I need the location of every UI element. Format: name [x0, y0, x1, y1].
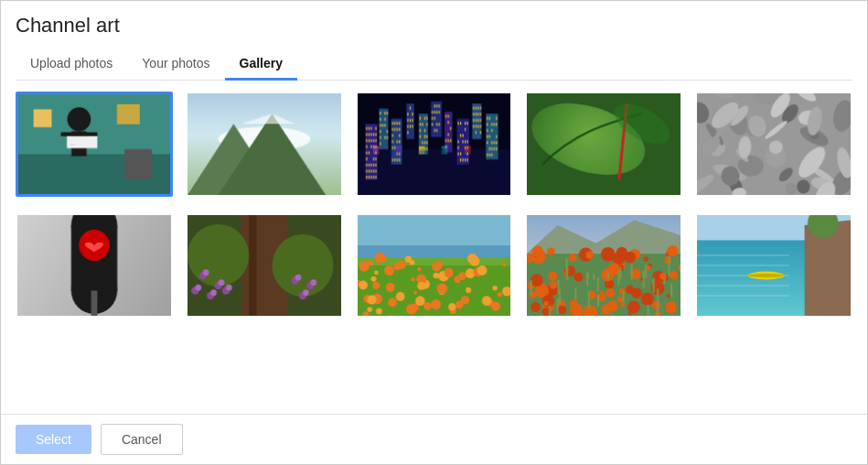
gallery-image-1	[18, 94, 170, 194]
gallery-item-3[interactable]	[356, 92, 513, 197]
gallery-item-9[interactable]	[525, 213, 682, 319]
dialog-header: Channel art Upload photos Your photos Ga…	[1, 1, 867, 81]
tab-gallery[interactable]: Gallery	[225, 47, 297, 80]
select-button[interactable]: Select	[16, 425, 91, 454]
gallery-image-2	[188, 93, 341, 195]
gallery-item-5[interactable]	[695, 92, 852, 197]
gallery-item-1[interactable]	[16, 92, 173, 197]
gallery-image-8	[358, 215, 511, 317]
channel-art-dialog: Channel art Upload photos Your photos Ga…	[0, 0, 868, 465]
tabs-container: Upload photos Your photos Gallery	[16, 47, 852, 81]
tab-upload[interactable]: Upload photos	[16, 47, 127, 80]
gallery-item-10[interactable]	[695, 213, 852, 319]
gallery-image-7	[188, 215, 341, 317]
dialog-footer: Select Cancel	[1, 414, 867, 464]
gallery-item-8[interactable]	[356, 213, 513, 319]
gallery-image-3	[358, 93, 511, 195]
gallery-image-4	[527, 93, 680, 195]
gallery-image-5	[697, 93, 851, 195]
gallery-item-7[interactable]	[186, 213, 343, 319]
tab-your-photos[interactable]: Your photos	[127, 47, 224, 80]
gallery-item-4[interactable]	[525, 92, 682, 197]
gallery-image-10	[697, 215, 851, 317]
gallery-item-6[interactable]	[16, 213, 173, 319]
gallery-body	[1, 81, 867, 414]
dialog-title: Channel art	[16, 14, 852, 38]
gallery-image-9	[527, 215, 680, 317]
gallery-image-6	[17, 215, 171, 317]
cancel-button[interactable]: Cancel	[101, 424, 183, 455]
gallery-grid	[16, 92, 852, 318]
gallery-item-2[interactable]	[186, 92, 343, 197]
